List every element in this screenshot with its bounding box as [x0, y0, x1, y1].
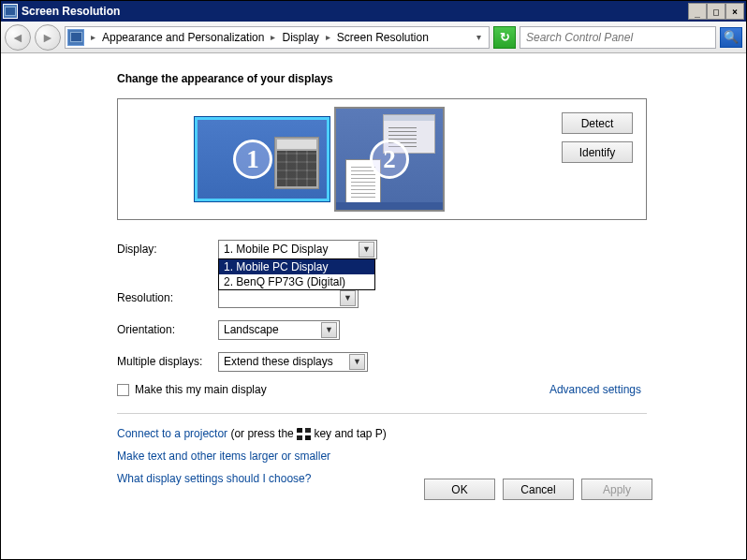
orientation-dropdown[interactable]: Landscape ▼ [218, 320, 340, 340]
breadcrumb-item[interactable]: Screen Resolution [335, 31, 431, 44]
chevron-right-icon: ▸ [267, 32, 279, 42]
search-button[interactable]: 🔍 [720, 27, 742, 48]
text-size-link[interactable]: Make text and other items larger or smal… [117, 449, 330, 463]
chevron-down-icon: ▼ [359, 242, 374, 258]
monitor-1[interactable]: 1 [195, 117, 330, 201]
detect-button[interactable]: Detect [562, 112, 633, 134]
advanced-settings-link[interactable]: Advanced settings [549, 383, 641, 396]
close-button[interactable]: × [725, 3, 744, 20]
window-icon [3, 4, 18, 19]
resolution-dropdown[interactable]: ▼ [218, 288, 359, 308]
minimize-button[interactable]: _ [688, 3, 707, 20]
breadcrumb[interactable]: ▸ Appearance and Personalization ▸ Displ… [65, 26, 490, 49]
navbar: ◄ ► ▸ Appearance and Personalization ▸ D… [1, 22, 746, 53]
resolution-label: Resolution: [117, 291, 218, 304]
display-option[interactable]: 1. Mobile PC Display [219, 259, 374, 274]
projector-hint-text: (or press the [227, 427, 297, 440]
breadcrumb-dropdown-icon[interactable]: ▾ [471, 32, 487, 42]
chevron-right-icon: ▸ [322, 32, 334, 42]
main-display-label: Make this my main display [135, 383, 267, 396]
chevron-down-icon: ▼ [349, 354, 365, 370]
display-settings-help-link[interactable]: What display settings should I choose? [117, 472, 311, 485]
chevron-right-icon: ▸ [87, 32, 99, 42]
titlebar: Screen Resolution _ □ × [1, 1, 746, 22]
cancel-button[interactable]: Cancel [503, 479, 574, 500]
orientation-value: Landscape [224, 323, 279, 336]
display-preview: 1 2 Detect Identify [117, 98, 647, 220]
windows-key-icon [297, 428, 311, 440]
chevron-down-icon: ▼ [340, 290, 356, 306]
multiple-displays-label: Multiple displays: [117, 355, 218, 368]
calculator-thumb-icon [274, 137, 319, 189]
search-box[interactable] [520, 26, 716, 49]
ok-button[interactable]: OK [424, 479, 495, 500]
monitor-number: 1 [233, 140, 272, 179]
refresh-button[interactable]: ↻ [493, 26, 516, 49]
page-heading: Change the appearance of your displays [117, 72, 746, 85]
main-display-checkbox[interactable] [117, 384, 129, 396]
display-value: 1. Mobile PC Display [224, 243, 328, 256]
monitor-2[interactable]: 2 [334, 107, 445, 212]
projector-hint-text2: key and tap P) [311, 427, 387, 440]
chevron-down-icon: ▼ [321, 322, 337, 338]
breadcrumb-item[interactable]: Appearance and Personalization [100, 31, 266, 44]
monitor-number: 2 [370, 140, 409, 179]
control-panel-icon [67, 29, 84, 46]
apply-button[interactable]: Apply [581, 479, 652, 500]
breadcrumb-item[interactable]: Display [280, 31, 320, 44]
orientation-label: Orientation: [117, 323, 218, 336]
separator [117, 413, 647, 414]
back-button[interactable]: ◄ [5, 24, 31, 51]
maximize-button[interactable]: □ [707, 3, 725, 20]
connect-projector-link[interactable]: Connect to a projector [117, 427, 227, 440]
display-label: Display: [117, 243, 218, 256]
identify-button[interactable]: Identify [562, 141, 633, 163]
multiple-displays-value: Extend these displays [224, 355, 333, 368]
display-dropdown[interactable]: 1. Mobile PC Display ▼ [218, 240, 377, 259]
multiple-displays-dropdown[interactable]: Extend these displays ▼ [218, 352, 368, 372]
window-title: Screen Resolution [22, 5, 688, 18]
display-dropdown-list: 1. Mobile PC Display 2. BenQ FP73G (Digi… [218, 258, 375, 290]
search-input[interactable] [520, 31, 715, 44]
taskbar-thumb-icon [336, 202, 443, 210]
forward-button[interactable]: ► [35, 24, 61, 51]
display-option[interactable]: 2. BenQ FP73G (Digital) [219, 274, 374, 289]
